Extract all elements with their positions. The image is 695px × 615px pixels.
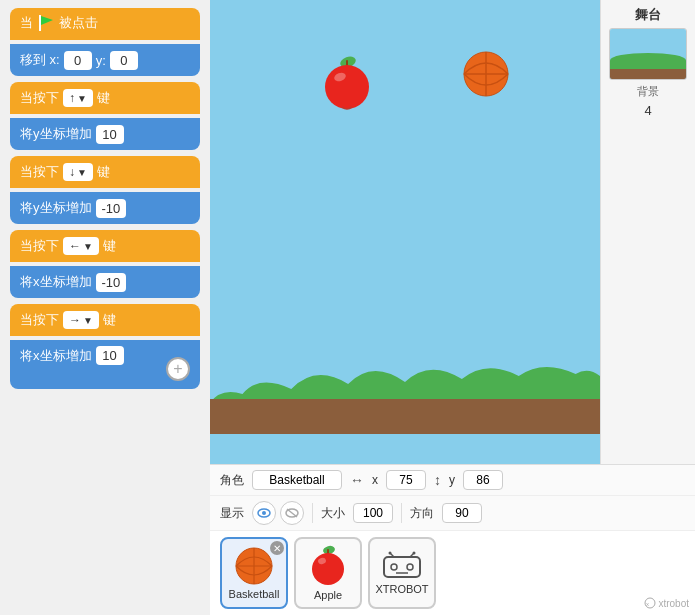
y-neg-val[interactable]: -10 [96,199,127,218]
svg-point-22 [407,564,413,570]
block-inc-y-pos[interactable]: 将y坐标增加 10 [10,118,200,150]
x-value[interactable]: 0 [64,51,92,70]
right-key[interactable]: → ▼ [63,311,99,329]
stage-thumb-bg [610,29,686,79]
block-when-down[interactable]: 当按下 ↓ ▼ 键 [10,156,200,188]
stage-canvas [210,0,600,464]
flag-icon [37,15,55,31]
divider1 [312,503,313,523]
svg-point-25 [389,552,392,555]
svg-point-21 [391,564,397,570]
direction-input[interactable] [442,503,482,523]
svg-point-10 [262,511,266,515]
key-label4: 键 [103,311,116,329]
backdrop-count: 4 [644,103,651,118]
up-key[interactable]: ↑ ▼ [63,89,93,107]
role-label: 角色 [220,472,244,489]
y-label: y [449,473,455,487]
sprite-card-xtrobot[interactable]: XTROBOT [368,537,436,609]
x-pos-val[interactable]: 10 [96,346,124,365]
xtrobot-brand: x xtrobot [644,597,689,609]
apple-icon [309,545,347,587]
y-value[interactable]: 0 [110,51,138,70]
sprite-card-basketball[interactable]: ✕ Basketball [220,537,288,609]
svg-point-4 [325,65,369,109]
sprite-name-input[interactable] [252,470,342,490]
brand-label: xtrobot [658,598,689,609]
right-area: 舞台 背景 4 角色 ↔ x ↕ y 显示 [210,0,695,615]
x-neg-val[interactable]: -10 [96,273,127,292]
sky [210,0,600,288]
sprite-delete-btn[interactable]: ✕ [270,541,284,555]
when-label: 当按下 [20,89,59,107]
x-label: x [372,473,378,487]
apple-label: Apple [314,589,342,601]
block-text: 当 [20,14,33,32]
block-when-left[interactable]: 当按下 ← ▼ 键 [10,230,200,262]
svg-marker-1 [41,16,53,25]
key-label: 键 [97,89,110,107]
direction-label: 方向 [410,505,434,522]
hide-btn[interactable] [280,501,304,525]
when-label2: 当按下 [20,163,59,181]
block-inc-y-neg[interactable]: 将y坐标增加 -10 [10,192,200,224]
props-bar2: 显示 大小 方向 [210,496,695,531]
block-group-right: 当按下 → ▼ 键 将x坐标增加 10 + [10,304,200,389]
key-label2: 键 [97,163,110,181]
svg-text:x: x [646,601,649,607]
block-group-left: 当按下 ← ▼ 键 将x坐标增加 -10 [10,230,200,298]
y-label: y: [96,53,106,68]
block-group-flag: 当 被点击 移到 x: 0 y: 0 [10,8,200,76]
x-input[interactable] [386,470,426,490]
basketball-label: Basketball [229,588,280,600]
basketball-icon [234,546,274,586]
block-inc-x-pos[interactable]: 将x坐标增加 10 + [10,340,200,389]
inc-y-label: 将y坐标增加 [20,125,92,143]
block-group-up: 当按下 ↑ ▼ 键 将y坐标增加 10 [10,82,200,150]
y-inc-val[interactable]: 10 [96,125,124,144]
left-panel: 当 被点击 移到 x: 0 y: 0 当按下 ↑ ▼ 键 将y坐标增加 10 当… [0,0,210,615]
grass-area [210,354,600,434]
stage-label: 舞台 [635,6,661,24]
stage-thumb-ground [610,69,686,79]
y-arrow-icon: ↕ [434,472,441,488]
down-key[interactable]: ↓ ▼ [63,163,93,181]
y-input[interactable] [463,470,503,490]
basketball-sprite[interactable] [462,50,510,98]
x-arrow-icon: ↔ [350,472,364,488]
xtrobot-brand-icon: x [644,597,656,609]
inc-x-neg-label: 将x坐标增加 [20,273,92,291]
sprite-card-apple[interactable]: Apple [294,537,362,609]
stage-thumbnail[interactable] [609,28,687,80]
block-inc-x-neg[interactable]: 将x坐标增加 -10 [10,266,200,298]
svg-point-26 [413,552,416,555]
size-label: 大小 [321,505,345,522]
left-key[interactable]: ← ▼ [63,237,99,255]
xtrobot-label: XTROBOT [375,583,428,595]
xtrobot-icon [380,551,424,581]
apple-sprite[interactable] [320,55,375,115]
svg-rect-0 [39,15,41,31]
svg-point-18 [312,553,344,585]
show-btn[interactable] [252,501,276,525]
inc-x-pos-label: 将x坐标增加 [20,347,92,365]
props-bar: 角色 ↔ x ↕ y [210,465,695,496]
block-group-down: 当按下 ↓ ▼ 键 将y坐标增加 -10 [10,156,200,224]
when-label4: 当按下 [20,311,59,329]
size-input[interactable] [353,503,393,523]
block-text2: 被点击 [59,14,98,32]
block-move-xy[interactable]: 移到 x: 0 y: 0 [10,44,200,76]
block-green-flag[interactable]: 当 被点击 [10,8,200,40]
block-when-up[interactable]: 当按下 ↑ ▼ 键 [10,82,200,114]
ground [210,399,600,434]
add-block-btn[interactable]: + [166,357,190,381]
stage-sidebar: 舞台 背景 4 [600,0,695,464]
move-label: 移到 x: [20,51,60,69]
block-when-right[interactable]: 当按下 → ▼ 键 [10,304,200,336]
when-label3: 当按下 [20,237,59,255]
bottom-panel: 角色 ↔ x ↕ y 显示 大小 方向 [210,464,695,615]
display-label: 显示 [220,505,244,522]
stage-area: 舞台 背景 4 [210,0,695,464]
stage-background [210,0,600,464]
divider2 [401,503,402,523]
